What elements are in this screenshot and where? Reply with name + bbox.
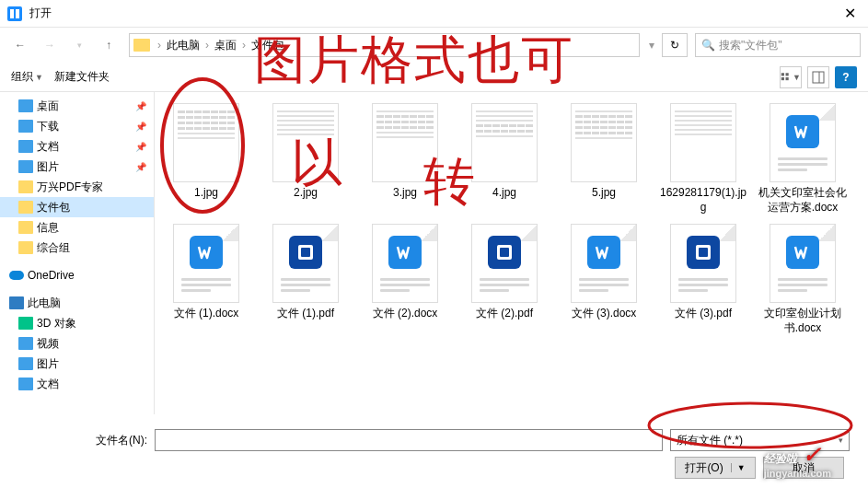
file-name-label: 文件 (2).pdf	[476, 307, 533, 321]
onedrive-icon	[9, 271, 24, 280]
image-thumbnail-icon	[272, 103, 339, 182]
sidebar-item-docs2[interactable]: 文档	[0, 374, 154, 394]
forward-button[interactable]: →	[37, 32, 63, 58]
new-folder-button[interactable]: 新建文件夹	[54, 69, 110, 85]
svg-rect-1	[16, 9, 19, 18]
image-thumbnail-icon	[173, 103, 239, 182]
svg-rect-6	[813, 72, 824, 83]
sidebar-item-info[interactable]: 信息	[0, 217, 154, 238]
chevron-right-icon: ›	[242, 39, 246, 52]
file-area: 1.jpg2.jpg3.jpg4.jpg5.jpg1629281179(1).j…	[155, 92, 868, 414]
file-name-label: 2.jpg	[294, 186, 318, 201]
sidebar-item-onedrive[interactable]: OneDrive	[0, 265, 154, 285]
file-name-label: 5.jpg	[592, 186, 616, 201]
image-thumbnail-icon	[670, 103, 736, 182]
image-thumbnail-icon	[571, 103, 637, 182]
window-title: 打开	[29, 6, 831, 21]
folder-icon	[18, 241, 33, 254]
sidebar-item-desktop[interactable]: 桌面📌	[0, 96, 154, 116]
file-item[interactable]: 4.jpg	[458, 101, 550, 216]
docx-file-icon	[770, 103, 836, 182]
back-button[interactable]: ←	[7, 32, 33, 58]
pin-icon: 📌	[135, 142, 146, 152]
file-item[interactable]: 文件 (3).pdf	[657, 222, 749, 337]
file-item[interactable]: 文件 (2).pdf	[458, 222, 550, 337]
split-dropdown-icon: ▼	[731, 463, 746, 472]
search-input[interactable]: 🔍 搜索"文件包"	[695, 33, 861, 57]
file-item[interactable]: 文件 (1).docx	[160, 222, 252, 337]
docx-file-icon	[770, 224, 836, 303]
file-item[interactable]: 文件 (1).pdf	[260, 222, 352, 337]
svg-rect-9	[301, 248, 310, 257]
path-seg-desktop[interactable]: 桌面	[211, 36, 240, 55]
view-mode-button[interactable]: ▼	[780, 66, 802, 88]
history-dropdown[interactable]: ▾	[649, 39, 654, 52]
sidebar-item-group[interactable]: 综合组	[0, 238, 154, 258]
up-button[interactable]: ↑	[96, 32, 122, 58]
search-icon: 🔍	[701, 39, 715, 52]
watermark: 经验啦✓ jingyanla.com	[764, 442, 831, 479]
documents-icon	[18, 378, 33, 390]
path-root[interactable]: 此电脑	[163, 36, 203, 55]
help-button[interactable]: ?	[835, 66, 857, 88]
sidebar-item-wxpdf[interactable]: 万兴PDF专家	[0, 177, 154, 197]
docx-file-icon	[571, 224, 637, 303]
pin-icon: 📌	[135, 122, 146, 132]
file-name-label: 1.jpg	[194, 186, 218, 201]
sidebar-item-pics2[interactable]: 图片	[0, 354, 154, 374]
chevron-down-icon: ▾	[839, 436, 843, 445]
close-button[interactable]: ✕	[831, 5, 868, 22]
app-icon	[7, 6, 22, 21]
filename-label: 文件名(N):	[92, 433, 147, 448]
refresh-button[interactable]: ↻	[662, 33, 688, 57]
preview-pane-button[interactable]	[807, 66, 829, 88]
file-item[interactable]: 文件 (2).docx	[359, 222, 451, 337]
open-button-label: 打开(O)	[685, 460, 723, 476]
sidebar-label: OneDrive	[28, 269, 75, 282]
file-name-label: 文件 (1).docx	[174, 307, 239, 321]
folder-icon	[18, 180, 33, 193]
sidebar-item-thispc[interactable]: 此电脑	[0, 293, 154, 313]
pin-icon: 📌	[135, 101, 146, 111]
sidebar-item-pictures[interactable]: 图片📌	[0, 157, 154, 177]
file-item[interactable]: 文件 (3).docx	[558, 222, 650, 337]
address-bar[interactable]: › 此电脑 › 桌面 › 文件包	[129, 33, 640, 57]
search-placeholder: 搜索"文件包"	[719, 38, 782, 53]
sidebar-item-3d[interactable]: 3D 对象	[0, 313, 154, 333]
svg-rect-11	[500, 248, 509, 257]
svg-rect-0	[10, 9, 14, 18]
file-item[interactable]: 2.jpg	[260, 101, 352, 216]
sidebar-label: 图片	[37, 356, 59, 372]
pictures-icon	[18, 160, 33, 173]
main-body: 桌面📌 下载📌 文档📌 图片📌 万兴PDF专家 文件包 信息 综合组 OneDr…	[0, 92, 868, 414]
sidebar-item-downloads[interactable]: 下载📌	[0, 116, 154, 136]
chevron-right-icon: ›	[205, 39, 209, 52]
pdf-file-icon	[471, 224, 538, 303]
open-button[interactable]: 打开(O) ▼	[675, 457, 756, 479]
svg-rect-2	[781, 73, 784, 76]
svg-rect-5	[786, 77, 789, 80]
file-item[interactable]: 1629281179(1).jpg	[657, 101, 749, 216]
svg-rect-3	[786, 73, 789, 76]
file-item[interactable]: 3.jpg	[359, 101, 451, 216]
sidebar-item-video[interactable]: 视频	[0, 333, 154, 354]
sidebar-label: 视频	[37, 336, 59, 352]
image-thumbnail-icon	[471, 103, 538, 182]
recent-dropdown[interactable]: ▾	[66, 32, 92, 58]
sidebar-item-pkg[interactable]: 文件包	[0, 197, 154, 217]
image-thumbnail-icon	[372, 103, 438, 182]
file-item[interactable]: 5.jpg	[558, 101, 650, 216]
pdf-file-icon	[272, 224, 339, 303]
filename-input[interactable]	[155, 429, 663, 451]
file-name-label: 机关文印室社会化运营方案.docx	[758, 186, 847, 215]
file-item[interactable]: 文印室创业计划书.docx	[757, 222, 849, 337]
organize-menu[interactable]: 组织▼	[11, 69, 43, 85]
sidebar-label: 桌面	[37, 99, 59, 114]
path-seg-folder[interactable]: 文件包	[248, 36, 288, 55]
file-item[interactable]: 1.jpg	[160, 101, 252, 216]
sidebar-item-documents[interactable]: 文档📌	[0, 136, 154, 157]
folder-icon	[18, 201, 33, 214]
file-item[interactable]: 机关文印室社会化运营方案.docx	[757, 101, 849, 216]
file-name-label: 4.jpg	[492, 186, 516, 201]
pictures-icon	[18, 357, 33, 370]
